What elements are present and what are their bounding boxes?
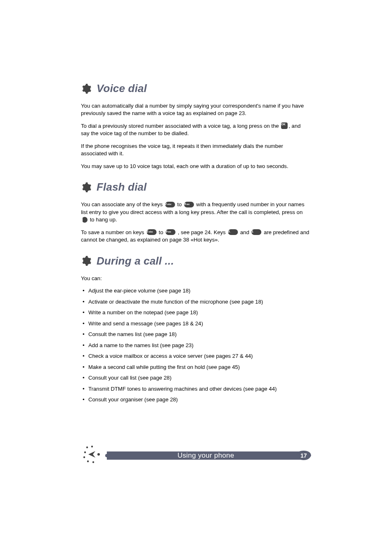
bullet-list: Adjust the ear-piece volume (see page 18… [81, 287, 310, 403]
cog-icon [81, 256, 92, 266]
text: To dial a previously stored number assoc… [81, 123, 280, 129]
text: and [240, 229, 251, 235]
key-2-icon: 2abc [147, 229, 157, 235]
footer-bar-dot [105, 454, 108, 457]
heading-during-call: During a call ... [97, 255, 174, 267]
section-during-call: During a call ... You can: Adjust the ea… [81, 255, 310, 404]
list-item: Add a name to the names list (see page 2… [82, 342, 310, 349]
heading-flash-dial: Flash dial [97, 181, 147, 193]
list-item: Activate or deactivate the mute function… [82, 298, 310, 306]
heading-row: Flash dial [81, 181, 310, 193]
list-item: Adjust the ear-piece volume (see page 18… [82, 287, 310, 295]
text: To save a number on keys [81, 229, 146, 235]
list-item: Consult your organiser (see page 28) [82, 396, 310, 403]
footer-bar: Using your phone [107, 451, 305, 460]
dots-logo-icon [82, 444, 103, 465]
page-footer: Using your phone 17 [0, 444, 392, 469]
list-item: Write a number on the notepad (see page … [82, 309, 310, 316]
para: You can associate any of the keys 2abc t… [81, 201, 310, 223]
para: You may save up to 10 voice tags total, … [81, 163, 310, 170]
para-intro: You can: [81, 275, 310, 282]
list-item: Consult the names list (see page 18) [82, 331, 310, 338]
list-item: Transmit DTMF tones to answering machine… [82, 385, 310, 393]
hangup-key-icon [82, 217, 88, 223]
para: To dial a previously stored number assoc… [81, 122, 310, 138]
key-label: 0 [228, 230, 230, 233]
key-0-icon: 0. [228, 229, 238, 235]
cog-icon [81, 83, 92, 94]
list-item: Consult your call list (see page 28) [82, 374, 310, 382]
key-2-icon: 2abc [165, 202, 175, 207]
key-label: 1 [251, 230, 253, 233]
page-number-badge: 17 [296, 450, 311, 461]
para: If the phone recognises the voice tag, i… [81, 143, 310, 158]
key-label: 9 [166, 230, 167, 233]
footer-title: Using your phone [178, 451, 234, 460]
key-label: 2 [165, 202, 167, 206]
section-voice-dial: Voice dial You can automatically dial a … [81, 82, 310, 170]
section-flash-dial: Flash dial You can associate any of the … [81, 181, 310, 244]
list-item: Check a voice mailbox or access a voice … [82, 352, 310, 360]
svg-point-2 [84, 451, 86, 453]
text: , see page 24. Keys [178, 229, 227, 235]
svg-point-4 [87, 461, 89, 462]
key-label: 9 [184, 202, 186, 206]
key-9-icon: 9wx [184, 202, 194, 207]
svg-point-6 [97, 453, 100, 456]
list-item: Make a second call while putting the fir… [82, 364, 310, 371]
text: to hang up. [90, 216, 117, 223]
text: to [159, 229, 165, 235]
cog-icon [81, 182, 92, 193]
text: to [177, 201, 183, 207]
page-number: 17 [300, 452, 307, 459]
key-1-icon: 1 [251, 229, 261, 235]
para: You can automatically dial a number by s… [81, 102, 310, 117]
page-content: Voice dial You can automatically dial a … [0, 0, 392, 404]
svg-point-0 [86, 447, 88, 448]
text: You can associate any of the keys [81, 201, 164, 207]
ok-key-icon: OK [281, 122, 288, 129]
svg-point-3 [83, 456, 85, 458]
list-item: Write and send a message (see pages 18 &… [82, 320, 310, 327]
svg-point-1 [91, 446, 93, 447]
key-label: 2 [147, 230, 148, 233]
heading-voice-dial: Voice dial [97, 82, 147, 95]
para: To save a number on keys 2abc to 9wx , s… [81, 229, 310, 244]
svg-point-5 [92, 461, 94, 463]
heading-row: During a call ... [81, 255, 310, 267]
key-9-icon: 9wx [166, 229, 175, 235]
heading-row: Voice dial [81, 82, 310, 95]
